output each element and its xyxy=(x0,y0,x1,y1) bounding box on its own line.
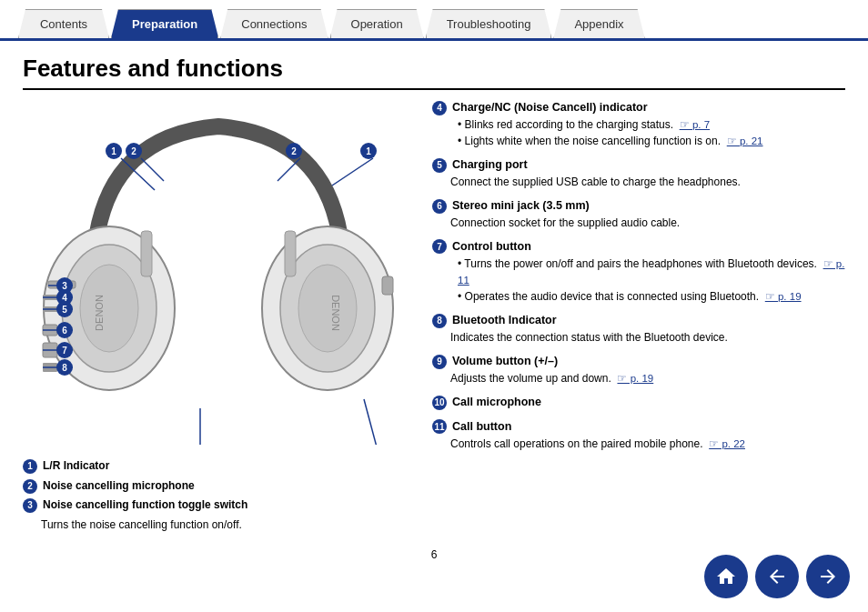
tab-troubleshooting[interactable]: Troubleshooting xyxy=(426,9,552,38)
feature-8: 8 Bluetooth Indicator Indicates the conn… xyxy=(432,312,845,346)
badge-7: 7 xyxy=(432,239,447,254)
badge-2: 2 xyxy=(23,479,37,494)
feature-10-label: Call microphone xyxy=(452,394,541,411)
feature-5-desc: Connect the supplied USB cable to charge… xyxy=(450,174,845,190)
svg-point-7 xyxy=(298,265,357,352)
feature-4-bullet-2: Lights white when the noise cancelling f… xyxy=(458,133,845,149)
svg-point-2 xyxy=(80,265,138,352)
feature-list: 4 Charge/NC (Noise Cancell) indicator Bl… xyxy=(432,99,845,535)
feature-6-title: 6 Stereo mini jack (3.5 mm) xyxy=(432,197,845,215)
feature-5-label: Charging port xyxy=(452,156,528,174)
label-item-1: 1 L/R Indicator xyxy=(23,456,414,477)
feature-5: 5 Charging port Connect the supplied USB… xyxy=(432,156,845,190)
svg-text:1: 1 xyxy=(111,146,116,156)
feature-9-title: 9 Volume button (+/–) xyxy=(432,353,845,370)
feature-11-desc: Controls call operations on the paired m… xyxy=(450,436,845,452)
tab-operation[interactable]: Operation xyxy=(330,9,424,38)
label-item-3: 3 Noise cancelling function toggle switc… xyxy=(23,496,414,516)
nav-buttons xyxy=(704,555,850,598)
svg-text:8: 8 xyxy=(62,363,67,373)
diagram-area: R L DENON DENON xyxy=(23,99,414,535)
svg-line-24 xyxy=(332,158,373,186)
navigation-tabs: Contents Preparation Connections Operati… xyxy=(0,0,868,41)
feature-4-bullets: Blinks red according to the charging sta… xyxy=(450,116,845,150)
feature-11: 11 Call button Controls call operations … xyxy=(432,418,845,452)
forward-icon xyxy=(817,566,839,587)
feature-4: 4 Charge/NC (Noise Cancell) indicator Bl… xyxy=(432,99,845,149)
svg-text:6: 6 xyxy=(62,326,67,336)
home-button[interactable] xyxy=(704,555,748,598)
bottom-labels: 1 L/R Indicator 2 Noise cancelling micro… xyxy=(23,456,414,535)
ref-p7[interactable]: ☞ p. 7 xyxy=(680,119,710,130)
svg-rect-20 xyxy=(382,276,393,295)
feature-7-title: 7 Control button xyxy=(432,238,845,256)
svg-text:DENON: DENON xyxy=(330,295,341,331)
tab-connections[interactable]: Connections xyxy=(220,9,328,38)
ref-p19a[interactable]: ☞ p. 19 xyxy=(765,291,802,302)
badge-4: 4 xyxy=(432,101,447,115)
feature-10: 10 Call microphone xyxy=(432,394,845,411)
feature-7-desc: Turns the power on/off and pairs the hea… xyxy=(450,256,845,306)
main-section: R L DENON DENON xyxy=(23,99,845,535)
feature-6: 6 Stereo mini jack (3.5 mm) Connection s… xyxy=(432,197,845,231)
label-1-text: L/R Indicator xyxy=(43,456,109,477)
feature-8-label: Bluetooth Indicator xyxy=(452,312,557,329)
feature-8-desc: Indicates the connection status with the… xyxy=(450,329,845,346)
tab-preparation[interactable]: Preparation xyxy=(111,9,218,38)
page-title: Features and functions xyxy=(23,55,845,90)
feature-7-label: Control button xyxy=(452,238,531,256)
feature-6-desc: Connection socket for the supplied audio… xyxy=(450,215,845,231)
badge-6: 6 xyxy=(432,199,447,214)
feature-9-label: Volume button (+/–) xyxy=(452,353,558,370)
svg-text:DENON: DENON xyxy=(94,295,105,331)
badge-9: 9 xyxy=(432,355,447,369)
label-2-text: Noise cancelling microphone xyxy=(43,477,195,497)
next-button[interactable] xyxy=(806,555,850,598)
prev-button[interactable] xyxy=(755,555,799,598)
badge-10: 10 xyxy=(432,396,447,410)
feature-7-bullet-1: Turns the power on/off and pairs the hea… xyxy=(458,256,845,289)
home-icon xyxy=(715,566,737,587)
feature-10-title: 10 Call microphone xyxy=(432,394,845,411)
feature-9-desc: Adjusts the volume up and down. ☞ p. 19 xyxy=(450,370,845,386)
svg-rect-12 xyxy=(141,231,152,276)
feature-7-bullet-2: Operates the audio device that is connec… xyxy=(458,288,845,305)
svg-text:2: 2 xyxy=(131,146,136,156)
ref-p11[interactable]: ☞ p. 11 xyxy=(458,258,844,286)
feature-11-label: Call button xyxy=(452,418,511,436)
svg-text:5: 5 xyxy=(62,305,67,315)
feature-11-title: 11 Call button xyxy=(432,418,845,436)
page-content: Features and functions R xyxy=(0,41,868,575)
feature-7-bullets: Turns the power on/off and pairs the hea… xyxy=(450,256,845,306)
badge-8: 8 xyxy=(432,314,447,328)
badge-1: 1 xyxy=(23,459,37,474)
badge-5: 5 xyxy=(432,158,447,173)
ref-p21[interactable]: ☞ p. 21 xyxy=(727,135,763,146)
ref-p22[interactable]: ☞ p. 22 xyxy=(709,438,745,449)
svg-line-22 xyxy=(141,158,164,181)
feature-9: 9 Volume button (+/–) Adjusts the volume… xyxy=(432,353,845,386)
tab-contents[interactable]: Contents xyxy=(18,9,109,38)
svg-text:1: 1 xyxy=(366,146,371,156)
svg-line-59 xyxy=(364,399,386,445)
label-3-sub-text: Turns the noise cancelling function on/o… xyxy=(41,516,242,536)
badge-11: 11 xyxy=(432,419,447,434)
feature-4-title: 4 Charge/NC (Noise Cancell) indicator xyxy=(432,99,845,116)
ref-p19b[interactable]: ☞ p. 19 xyxy=(617,373,653,384)
feature-8-title: 8 Bluetooth Indicator xyxy=(432,312,845,329)
svg-text:7: 7 xyxy=(62,346,67,356)
headphone-diagram: R L DENON DENON xyxy=(23,99,414,445)
feature-4-bullet-1: Blinks red according to the charging sta… xyxy=(458,116,845,133)
feature-5-title: 5 Charging port xyxy=(432,156,845,174)
label-3-text: Noise cancelling function toggle switch xyxy=(43,496,247,516)
svg-text:2: 2 xyxy=(291,146,297,156)
svg-line-23 xyxy=(278,158,300,181)
feature-7: 7 Control button Turns the power on/off … xyxy=(432,238,845,306)
feature-4-desc: Blinks red according to the charging sta… xyxy=(450,116,845,150)
feature-4-label: Charge/NC (Noise Cancell) indicator xyxy=(452,99,648,116)
label-3-sub: Turns the noise cancelling function on/o… xyxy=(41,516,414,536)
label-item-2: 2 Noise cancelling microphone xyxy=(23,477,414,497)
tab-appendix[interactable]: Appendix xyxy=(553,9,644,38)
back-icon xyxy=(766,566,788,587)
feature-6-label: Stereo mini jack (3.5 mm) xyxy=(452,197,590,215)
